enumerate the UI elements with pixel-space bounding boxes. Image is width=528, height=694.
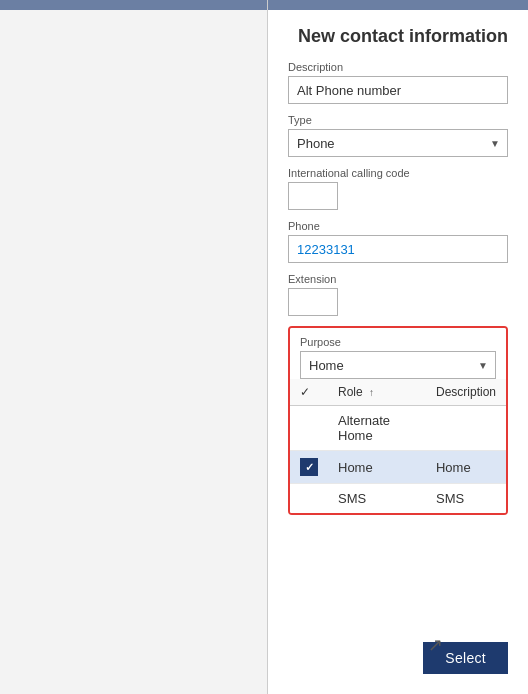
left-inner-content: [0, 10, 267, 694]
table-check-header: ✓: [290, 379, 328, 406]
row-check-cell: ✓: [290, 451, 328, 484]
row-role-cell: Home: [328, 451, 426, 484]
type-field-group: Type Phone Email URL ▼: [288, 114, 508, 157]
purpose-dropdown-table: ✓ Role ↑ Description Alternate Home: [290, 379, 506, 513]
left-panel-header: [0, 0, 267, 10]
type-select-wrapper: Phone Email URL ▼: [288, 129, 508, 157]
phone-field-group: Phone: [288, 220, 508, 263]
table-row[interactable]: Alternate Home: [290, 406, 506, 451]
description-field-group: Description: [288, 61, 508, 104]
intl-code-label: International calling code: [288, 167, 508, 179]
intl-code-input[interactable]: [288, 182, 338, 210]
purpose-select[interactable]: Home Business Other: [300, 351, 496, 379]
purpose-select-wrapper: Home Business Other ▼: [300, 351, 496, 379]
left-panel: [0, 0, 268, 694]
page-title: New contact information: [288, 26, 508, 47]
check-mark-icon: ✓: [300, 458, 318, 476]
row-role-cell: SMS: [328, 484, 426, 514]
intl-code-field-group: International calling code: [288, 167, 508, 210]
extension-input[interactable]: [288, 288, 338, 316]
table-row[interactable]: ✓ Home Home: [290, 451, 506, 484]
extension-label: Extension: [288, 273, 508, 285]
type-select[interactable]: Phone Email URL: [288, 129, 508, 157]
purpose-highlight-box: Purpose Home Business Other ▼ ✓: [288, 326, 508, 515]
sort-icon: ↑: [369, 387, 374, 398]
row-check-cell: [290, 484, 328, 514]
cursor-icon: ↖: [428, 634, 443, 656]
purpose-inner: Purpose Home Business Other ▼: [290, 328, 506, 379]
right-panel-header: [268, 0, 528, 10]
row-role-cell: Alternate Home: [328, 406, 426, 451]
footer-area: ↖ Select: [268, 632, 528, 694]
type-label: Type: [288, 114, 508, 126]
row-description-cell: [426, 406, 506, 451]
phone-input[interactable]: [288, 235, 508, 263]
row-description-cell: SMS: [426, 484, 506, 514]
right-panel: New contact information Description Type…: [268, 0, 528, 694]
description-input[interactable]: [288, 76, 508, 104]
purpose-field-group: Purpose Home Business Other ▼: [300, 336, 496, 379]
row-check-cell: [290, 406, 328, 451]
description-label: Description: [288, 61, 508, 73]
phone-label: Phone: [288, 220, 508, 232]
table-role-header[interactable]: Role ↑: [328, 379, 426, 406]
table-row[interactable]: SMS SMS: [290, 484, 506, 514]
extension-field-group: Extension: [288, 273, 508, 316]
panel-content: New contact information Description Type…: [268, 10, 528, 632]
purpose-label: Purpose: [300, 336, 496, 348]
table-description-header: Description: [426, 379, 506, 406]
row-description-cell: Home: [426, 451, 506, 484]
